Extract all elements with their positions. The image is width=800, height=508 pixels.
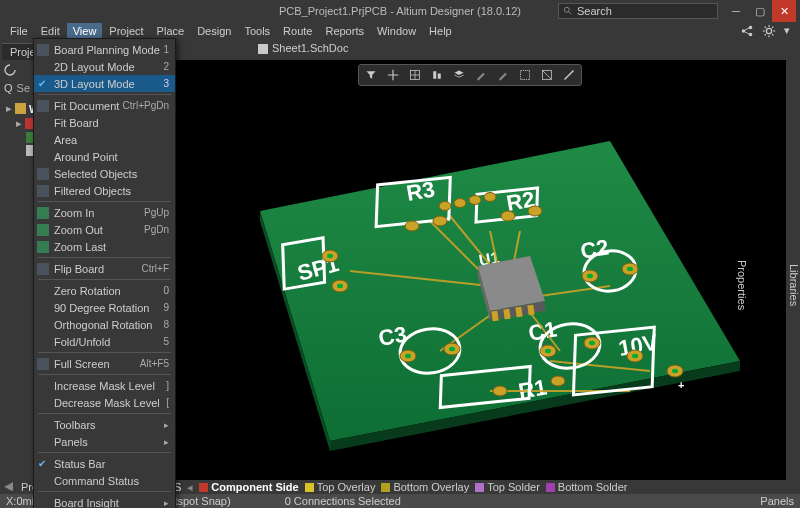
sel-obj-icon [37, 168, 49, 180]
align-icon[interactable] [431, 69, 443, 81]
menu-item-status-bar[interactable]: ✔Status Bar [34, 455, 175, 472]
menu-tools[interactable]: Tools [238, 23, 276, 39]
menu-item-90-degree-rotation[interactable]: 90 Degree Rotation9 [34, 299, 175, 316]
title-bar: PCB_Project1.PrjPCB - Altium Designer (1… [0, 0, 800, 22]
svg-point-75 [551, 376, 565, 386]
svg-text:C2: C2 [579, 234, 611, 264]
menu-item-full-screen[interactable]: Full ScreenAlt+F5 [34, 355, 175, 372]
filter-icon[interactable] [365, 69, 377, 81]
close-button[interactable]: ✕ [772, 0, 796, 22]
cross-select-icon[interactable] [541, 69, 553, 81]
svg-point-66 [501, 211, 515, 221]
menu-item-fit-document[interactable]: Fit DocumentCtrl+PgDn [34, 97, 175, 114]
menu-window[interactable]: Window [371, 23, 422, 39]
menu-item-zero-rotation[interactable]: Zero Rotation0 [34, 282, 175, 299]
menu-item-2d-layout-mode[interactable]: 2D Layout Mode2 [34, 58, 175, 75]
layer-nav-left-icon[interactable]: ◂ [187, 481, 193, 494]
menu-item-decrease-mask-level[interactable]: Decrease Mask Level[ [34, 394, 175, 411]
refresh-icon[interactable] [4, 64, 16, 76]
grid-icon[interactable] [409, 69, 421, 81]
panel-nav-left-icon[interactable]: ⯇ [4, 481, 15, 493]
zoom-out-icon [37, 224, 49, 236]
svg-point-0 [564, 7, 569, 12]
svg-line-25 [543, 71, 552, 80]
menu-item-zoom-in[interactable]: Zoom InPgUp [34, 204, 175, 221]
menu-route[interactable]: Route [277, 23, 318, 39]
gear-icon[interactable] [762, 24, 776, 38]
layer-component-side[interactable]: Component Side [199, 481, 298, 493]
minimize-button[interactable]: ─ [724, 0, 748, 22]
svg-point-7 [766, 28, 771, 33]
svg-point-87 [672, 369, 678, 373]
menu-item-around-point[interactable]: Around Point [34, 148, 175, 165]
flip-icon [37, 263, 49, 275]
menu-help[interactable]: Help [423, 23, 458, 39]
menu-view[interactable]: View [67, 23, 103, 39]
svg-point-86 [632, 354, 638, 358]
svg-point-74 [493, 386, 507, 396]
menu-item-toolbars[interactable]: Toolbars▸ [34, 416, 175, 433]
menu-item-fold-unfold[interactable]: Fold/Unfold5 [34, 333, 175, 350]
svg-point-65 [484, 193, 496, 202]
zoom-last-icon [37, 241, 49, 253]
highlight-icon[interactable] [497, 69, 509, 81]
svg-point-85 [589, 341, 595, 345]
menu-item-panels[interactable]: Panels▸ [34, 433, 175, 450]
svg-line-15 [772, 27, 773, 28]
menu-item-selected-objects[interactable]: Selected Objects [34, 165, 175, 182]
menu-place[interactable]: Place [151, 23, 191, 39]
menu-item-zoom-last[interactable]: Zoom Last [34, 238, 175, 255]
libraries-panel-tab[interactable]: Libraries [788, 264, 800, 306]
document-tab[interactable]: Sheet1.SchDoc [258, 42, 348, 54]
measure-icon[interactable] [563, 69, 575, 81]
zoom-in-icon [37, 207, 49, 219]
panels-button[interactable]: Panels [760, 495, 794, 507]
menu-item-command-status[interactable]: Command Status [34, 472, 175, 489]
svg-point-4 [749, 33, 753, 37]
menu-item-3d-layout-mode[interactable]: ✔3D Layout Mode3 [34, 75, 175, 92]
svg-line-12 [765, 27, 766, 28]
fit-doc-icon [37, 100, 49, 112]
panel-search-input[interactable]: Se [17, 82, 30, 94]
maximize-button[interactable]: ▢ [748, 0, 772, 22]
pcb-3d-viewport[interactable]: R3 R2 C2 SP1 U1 C3 C1 R1 10V [140, 60, 800, 480]
board-planning-icon [37, 44, 49, 56]
layer-top-overlay[interactable]: Top Overlay [305, 481, 376, 493]
menu-item-filtered-objects[interactable]: Filtered Objects [34, 182, 175, 199]
layers-icon[interactable] [453, 69, 465, 81]
dropdown-icon[interactable]: ▾ [784, 24, 790, 38]
menu-project[interactable]: Project [103, 23, 149, 39]
global-search-input[interactable]: Search [558, 3, 718, 19]
edit-icon[interactable] [475, 69, 487, 81]
fullscreen-icon [37, 358, 49, 370]
menu-item-fit-board[interactable]: Fit Board [34, 114, 175, 131]
menu-item-zoom-out[interactable]: Zoom OutPgDn [34, 221, 175, 238]
search-icon [563, 6, 573, 16]
svg-point-60 [405, 221, 419, 231]
menu-item-board-planning-mode[interactable]: Board Planning Mode1 [34, 41, 175, 58]
menu-design[interactable]: Design [191, 23, 237, 39]
svg-rect-22 [438, 74, 441, 79]
document-icon [258, 44, 268, 54]
layer-top-solder[interactable]: Top Solder [475, 481, 540, 493]
layer-bottom-overlay[interactable]: Bottom Overlay [381, 481, 469, 493]
view-menu-dropdown: Board Planning Mode12D Layout Mode2✔3D L… [33, 38, 176, 508]
menu-item-orthogonal-rotation[interactable]: Orthogonal Rotation8 [34, 316, 175, 333]
menu-item-flip-board[interactable]: Flip BoardCtrl+F [34, 260, 175, 277]
select-icon[interactable] [519, 69, 531, 81]
layer-bottom-solder[interactable]: Bottom Solder [546, 481, 628, 493]
svg-rect-21 [433, 71, 436, 79]
menu-item-increase-mask-level[interactable]: Increase Mask Level] [34, 377, 175, 394]
menu-file[interactable]: File [4, 23, 34, 39]
menu-reports[interactable]: Reports [319, 23, 370, 39]
svg-point-61 [433, 216, 447, 226]
menu-edit[interactable]: Edit [35, 23, 66, 39]
menu-item-board-insight[interactable]: Board Insight▸ [34, 494, 175, 508]
svg-point-79 [337, 284, 343, 288]
menu-item-area[interactable]: Area [34, 131, 175, 148]
viewport-toolbar [358, 64, 582, 86]
properties-panel-tab[interactable]: Properties [736, 260, 748, 310]
share-icon[interactable] [740, 24, 754, 38]
move-icon[interactable] [387, 69, 399, 81]
svg-point-3 [749, 26, 753, 30]
